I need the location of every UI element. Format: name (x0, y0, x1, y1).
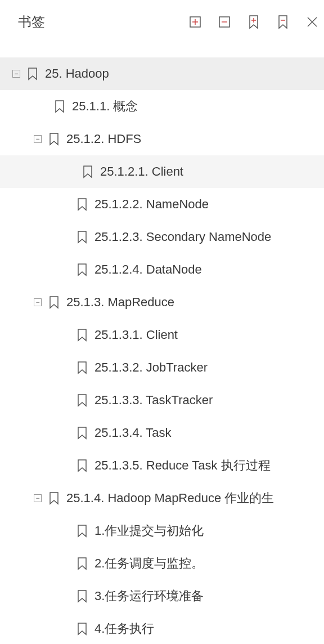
bookmark-icon (48, 491, 60, 505)
bookmark-icon (82, 165, 93, 178)
tree-item-label: 25.1.2. HDFS (66, 132, 141, 146)
tree-node-leaf[interactable]: 3.任务运行环境准备 (0, 580, 324, 612)
bookmark-icon (48, 296, 60, 309)
tree-node-leaf[interactable]: 25.1.3.3. TaskTracker (0, 384, 324, 417)
tree-node-root[interactable]: − 25. Hadoop (0, 57, 324, 90)
bookmark-icon (27, 67, 38, 80)
bookmark-icon (48, 132, 60, 146)
bookmark-icon (54, 100, 65, 113)
bookmark-icon (76, 524, 88, 538)
toolbar (187, 14, 321, 30)
collapse-icon[interactable]: − (34, 298, 42, 306)
tree-item-label: 25.1.3.5. Reduce Task 执行过程 (94, 457, 271, 474)
bookmark-icon (76, 198, 88, 211)
bookmark-icon (76, 361, 88, 374)
bookmarks-header: 书签 (0, 0, 324, 44)
tree-item-label: 25.1.2.1. Client (100, 164, 183, 179)
tree-item-label: 25.1.3.1. Client (94, 328, 178, 342)
panel-title: 书签 (18, 13, 45, 31)
tree-item-label: 25.1.3.2. JobTracker (94, 360, 208, 375)
tree-item-label: 2.任务调度与监控。 (94, 555, 204, 572)
bookmark-icon (76, 230, 88, 244)
tree-node-leaf[interactable]: 25.1.3.2. JobTracker (0, 351, 324, 384)
bookmark-icon (76, 263, 88, 276)
spacer (68, 168, 75, 176)
remove-bookmark-folder-icon[interactable] (216, 14, 233, 30)
close-icon[interactable] (304, 14, 321, 30)
tree-node-branch[interactable]: − 25.1.2. HDFS (0, 123, 324, 155)
add-bookmark-folder-icon[interactable] (187, 14, 204, 30)
tree-item-label: 25.1.3. MapReduce (66, 295, 174, 310)
tree-item-label: 25.1.3.3. TaskTracker (94, 393, 213, 408)
tree-node-leaf[interactable]: 25.1.3.5. Reduce Task 执行过程 (0, 449, 324, 482)
tree-item-label: 25.1.3.4. Task (94, 426, 172, 440)
tree-node-leaf[interactable]: 25.1.2.3. Secondary NameNode (0, 221, 324, 253)
bookmark-icon (76, 328, 88, 342)
collapse-icon[interactable]: − (12, 70, 20, 78)
tree-node-leaf[interactable]: 4.任务执行 (0, 612, 324, 644)
tree-item-label: 25. Hadoop (45, 66, 109, 81)
tree-item-label: 25.1.2.3. Secondary NameNode (94, 230, 271, 244)
bookmark-icon (76, 393, 88, 407)
add-bookmark-icon[interactable] (245, 14, 262, 30)
collapse-icon[interactable]: − (34, 494, 42, 502)
tree-node-leaf[interactable]: 2.任务调度与监控。 (0, 547, 324, 580)
tree-node-leaf[interactable]: 25.1.2.2. NameNode (0, 188, 324, 221)
tree-item-label: 25.1.2.4. DataNode (94, 262, 202, 277)
tree-node-branch[interactable]: − 25.1.4. Hadoop MapReduce 作业的生 (0, 482, 324, 515)
bookmarks-tree: − 25. Hadoop 25.1.1. 概念 − 25.1.2. HDFS 2… (0, 44, 324, 644)
tree-item-label: 25.1.4. Hadoop MapReduce 作业的生 (66, 490, 274, 507)
bookmark-icon (76, 589, 88, 603)
bookmark-icon (76, 426, 88, 440)
tree-node-leaf[interactable]: 25.1.3.4. Task (0, 417, 324, 449)
remove-bookmark-icon[interactable] (274, 14, 291, 30)
tree-node-leaf[interactable]: 1.作业提交与初始化 (0, 515, 324, 547)
tree-item-label: 4.任务执行 (94, 620, 154, 637)
tree-node-leaf[interactable]: 25.1.2.1. Client (0, 155, 324, 188)
tree-node-leaf[interactable]: 25.1.3.1. Client (0, 319, 324, 351)
tree-item-label: 25.1.2.2. NameNode (94, 197, 209, 212)
tree-node-leaf[interactable]: 25.1.1. 概念 (0, 90, 324, 123)
bookmark-icon (76, 459, 88, 472)
tree-node-leaf[interactable]: 25.1.2.4. DataNode (0, 253, 324, 286)
collapse-icon[interactable]: − (34, 135, 42, 143)
tree-node-branch[interactable]: − 25.1.3. MapReduce (0, 286, 324, 319)
tree-item-label: 3.任务运行环境准备 (94, 588, 204, 605)
bookmark-icon (76, 622, 88, 636)
tree-item-label: 25.1.1. 概念 (72, 98, 138, 115)
tree-item-label: 1.作业提交与初始化 (94, 522, 204, 539)
bookmark-icon (76, 557, 88, 570)
